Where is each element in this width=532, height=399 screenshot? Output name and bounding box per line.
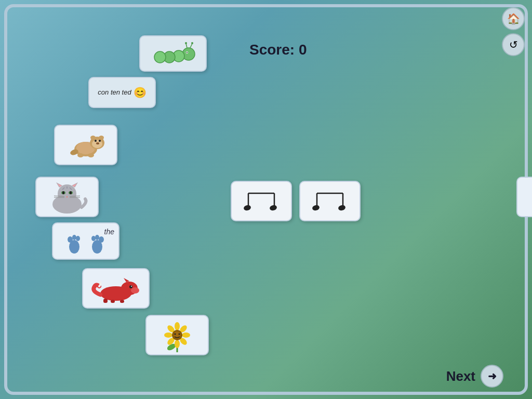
partial-card (516, 177, 532, 217)
svg-rect-54 (103, 299, 108, 303)
home-button[interactable]: 🏠 (502, 7, 525, 30)
svg-point-42 (72, 235, 76, 240)
next-arrow-icon: ➜ (481, 365, 503, 388)
svg-point-17 (99, 140, 101, 142)
svg-point-21 (88, 153, 94, 157)
svg-point-43 (76, 236, 80, 241)
svg-point-59 (175, 322, 180, 330)
caterpillar-icon (150, 41, 196, 66)
top-right-icons: 🏠 ↺ (502, 7, 525, 56)
svg-point-9 (154, 51, 166, 63)
svg-point-16 (95, 140, 97, 142)
svg-point-70 (179, 334, 180, 335)
svg-point-20 (77, 153, 84, 157)
red-animal-card[interactable] (82, 268, 150, 309)
caterpillar-card[interactable] (139, 35, 207, 72)
svg-point-6 (187, 52, 188, 53)
music-card-2[interactable] (299, 181, 361, 221)
svg-point-18 (96, 142, 99, 144)
refresh-button[interactable]: ↺ (502, 33, 525, 56)
svg-point-50 (131, 287, 139, 294)
svg-point-65 (164, 332, 172, 338)
music-notes-2-icon (307, 185, 353, 217)
smiley-icon: 😊 (134, 86, 147, 99)
svg-point-46 (95, 235, 99, 240)
cat-icon (44, 180, 90, 214)
svg-point-45 (99, 236, 104, 243)
svg-point-61 (182, 332, 190, 338)
svg-line-3 (186, 44, 187, 48)
svg-point-30 (62, 191, 64, 194)
svg-point-52 (131, 286, 132, 287)
music-card-1[interactable] (231, 181, 292, 221)
svg-point-74 (243, 204, 251, 211)
next-button[interactable]: Next ➜ (446, 365, 503, 388)
music-notes-1-icon (238, 185, 285, 217)
sunflower-icon (159, 317, 195, 353)
svg-point-69 (175, 334, 176, 335)
svg-point-79 (312, 204, 320, 211)
svg-rect-56 (120, 300, 124, 303)
otter-card[interactable] (54, 125, 117, 165)
svg-point-75 (269, 204, 277, 211)
svg-point-14 (90, 136, 96, 140)
svg-point-47 (91, 236, 96, 241)
svg-point-41 (68, 236, 73, 243)
next-label: Next (446, 368, 475, 384)
svg-point-2 (191, 42, 193, 44)
svg-point-51 (129, 285, 132, 288)
otter-icon (65, 129, 107, 161)
svg-marker-53 (124, 278, 129, 282)
svg-point-15 (99, 136, 104, 140)
word-card-text: con ten ted (98, 88, 131, 97)
footprint-icon (64, 228, 85, 254)
cat-card[interactable] (35, 177, 99, 217)
svg-line-1 (190, 44, 192, 48)
svg-point-4 (185, 42, 187, 44)
red-animal-icon (90, 273, 142, 304)
svg-point-80 (338, 204, 346, 211)
score-display: Score: 0 (249, 42, 307, 58)
svg-rect-55 (111, 300, 115, 303)
word-card[interactable]: con ten ted 😊 (88, 77, 156, 108)
svg-point-31 (70, 191, 72, 194)
footprint-card[interactable]: the (52, 222, 119, 260)
svg-point-63 (175, 340, 180, 348)
the-label: the (104, 228, 114, 236)
sunflower-card[interactable] (145, 315, 209, 355)
